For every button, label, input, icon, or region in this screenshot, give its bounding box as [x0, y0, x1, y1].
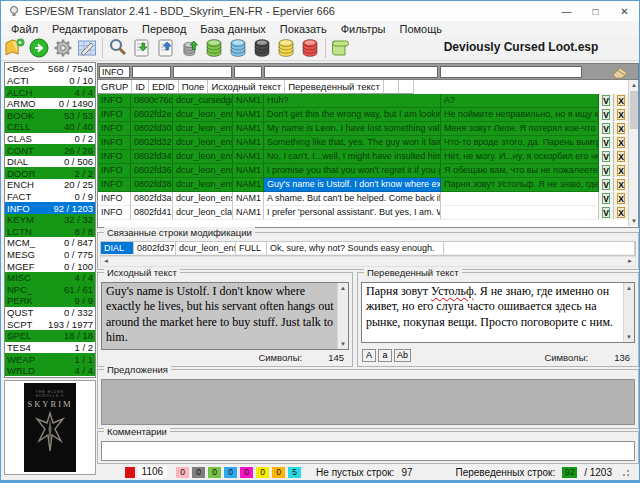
- reject-row-button[interactable]: X: [614, 150, 629, 164]
- suggestions-list[interactable]: [101, 379, 635, 425]
- scroll-down-icon[interactable]: ▼: [624, 332, 634, 342]
- filter-field-input[interactable]: [234, 66, 262, 78]
- resize-grip[interactable]: [621, 468, 629, 476]
- sidebar-item[interactable]: INFO 92 / 1203: [5, 202, 95, 214]
- menu-item[interactable]: Помощь: [392, 23, 449, 35]
- sidebar-item[interactable]: QUST 0 / 332: [5, 307, 95, 319]
- settings-gear-icon[interactable]: [52, 37, 74, 59]
- column-header[interactable]: Поле: [179, 80, 209, 94]
- maximize-button[interactable]: □: [581, 1, 610, 21]
- sidebar-item[interactable]: CONT 26 / 26: [5, 144, 95, 156]
- reject-row-button[interactable]: X: [614, 122, 629, 136]
- sidebar-item[interactable]: KEYM 32 / 32: [5, 214, 95, 226]
- scroll-down-icon[interactable]: ▼: [629, 216, 639, 226]
- sidebar-item[interactable]: LCTN 8 / 8: [5, 226, 95, 238]
- sidebar-item[interactable]: ENCH 20 / 25: [5, 179, 95, 191]
- apply-db-icon[interactable]: [179, 37, 201, 59]
- cell-source-text[interactable]: Don't get this the wrong way, but I am l…: [264, 108, 441, 122]
- validate-row-button[interactable]: V: [599, 150, 614, 164]
- table-row[interactable]: INFO 0802fd41 dcur_leon_claudi... NAM1 I…: [98, 206, 638, 220]
- database-yellow-icon[interactable]: [275, 37, 297, 59]
- scroll-left-icon[interactable]: ◄: [101, 257, 111, 266]
- column-header[interactable]: Переведенный текст: [285, 80, 384, 94]
- column-header[interactable]: Исходный текст: [208, 80, 285, 94]
- sidebar-item[interactable]: WEAP 1 / 1: [5, 353, 95, 365]
- filter-grup-input[interactable]: INFO: [99, 66, 130, 78]
- translation-textarea[interactable]: Парня зовут Устольф. Я не знаю, где имен…: [361, 282, 635, 343]
- linked-row[interactable]: DIAL 0802fd37 dcur_leon_ensla... FULL Ok…: [100, 241, 636, 256]
- table-row[interactable]: INFO 0802fd30 dcur_leon_ensla... NAM1 My…: [98, 122, 638, 136]
- sidebar-item[interactable]: NPC_ 61 / 61: [5, 284, 95, 296]
- sidebar-item[interactable]: SPEL 18 / 18: [5, 330, 95, 342]
- case-button[interactable]: a: [378, 349, 392, 362]
- sidebar-item[interactable]: MGEF 0 / 100: [5, 260, 95, 272]
- source-textarea[interactable]: Guy's name is Ustolf. I don't know where…: [101, 282, 349, 350]
- sidebar-item[interactable]: MESG 0 / 775: [5, 249, 95, 261]
- reject-row-button[interactable]: X: [614, 164, 629, 178]
- table-row[interactable]: INFO 0802fd2e dcur_leon_ensla... NAM1 Do…: [98, 108, 638, 122]
- menu-item[interactable]: Файл: [4, 23, 45, 35]
- sidebar-item[interactable]: <Все> 568 / 7540: [5, 63, 95, 75]
- validate-row-button[interactable]: V: [599, 94, 614, 108]
- scrollbar-thumb[interactable]: [630, 91, 638, 129]
- save-import-icon[interactable]: [131, 37, 153, 59]
- cell-translated-text[interactable]: [441, 206, 599, 220]
- scroll-right-icon[interactable]: ►: [625, 257, 635, 266]
- scroll-up-icon[interactable]: ▲: [624, 283, 634, 293]
- cell-source-text[interactable]: Huh?: [264, 94, 441, 108]
- validate-row-button[interactable]: V: [599, 136, 614, 150]
- case-button[interactable]: Ab: [394, 349, 411, 362]
- cell-translated-text[interactable]: Не поймите неправильно, но я ищу кого-т.…: [441, 108, 599, 122]
- sidebar-item[interactable]: TES4 1 / 2: [5, 342, 95, 354]
- cell-translated-text[interactable]: А?: [441, 94, 599, 108]
- database-black-icon[interactable]: [251, 37, 273, 59]
- column-header[interactable]: GRUP: [98, 80, 132, 94]
- validate-row-button[interactable]: V: [599, 206, 614, 220]
- table-row[interactable]: INFO 0802fd38 dcur_leon_ensla... NAM1 Gu…: [98, 178, 638, 192]
- sidebar-item[interactable]: FACT 0 / 9: [5, 191, 95, 203]
- sidebar-item[interactable]: ACTI 0 / 10: [5, 75, 95, 87]
- minimize-button[interactable]: —: [552, 1, 581, 21]
- finalize-scroll-icon[interactable]: [330, 37, 352, 59]
- validate-row-button[interactable]: V: [599, 178, 614, 192]
- sidebar-item[interactable]: DIAL 0 / 506: [5, 156, 95, 168]
- table-row[interactable]: INFO 0802fd34 dcur_leon_ensla... NAM1 No…: [98, 150, 638, 164]
- search-key-icon[interactable]: [107, 37, 129, 59]
- reject-row-button[interactable]: X: [614, 108, 629, 122]
- sidebar-item[interactable]: SCPT 193 / 1977: [5, 318, 95, 330]
- table-row[interactable]: INFO 0802fd3a dcur_leon_ensla... NAM1 A …: [98, 192, 638, 206]
- reject-row-button[interactable]: X: [614, 94, 629, 108]
- validate-row-button[interactable]: V: [599, 108, 614, 122]
- cell-source-text[interactable]: No, I can't. I...well, I might have insu…: [264, 150, 441, 164]
- sidebar-item[interactable]: MISC 4 / 4: [5, 272, 95, 284]
- menu-item[interactable]: Показать: [273, 23, 334, 35]
- table-row[interactable]: INFO 0802fd36 dcur_leon_ensla... NAM1 I …: [98, 164, 638, 178]
- cell-source-text[interactable]: I promise you that you won't regret it i…: [264, 164, 441, 178]
- scroll-up-icon[interactable]: ▲: [338, 283, 348, 293]
- scroll-up-icon[interactable]: ▲: [629, 80, 639, 90]
- scroll-down-icon[interactable]: ▼: [338, 339, 348, 349]
- sidebar-item[interactable]: DOOR 2 / 2: [5, 167, 95, 179]
- sidebar-item[interactable]: CLAS 0 / 2: [5, 133, 95, 145]
- open-folder-icon[interactable]: [4, 37, 26, 59]
- reject-row-button[interactable]: X: [614, 206, 629, 220]
- sidebar-item[interactable]: ALCH 4 / 4: [5, 86, 95, 98]
- filter-id-input[interactable]: [132, 66, 171, 78]
- close-button[interactable]: ✕: [610, 1, 639, 21]
- clear-filters-eraser-icon[interactable]: [610, 65, 630, 79]
- edit-grid-icon[interactable]: [76, 37, 98, 59]
- database-green-icon[interactable]: [203, 37, 225, 59]
- sidebar-item[interactable]: PERK 9 / 9: [5, 295, 95, 307]
- title-bar[interactable]: ESP/ESM Translator 2.41 - BDD_Skyrim_EN-…: [1, 1, 639, 21]
- reject-row-button[interactable]: X: [614, 136, 629, 150]
- cell-source-text[interactable]: Something like that, yes. The guy won it…: [264, 136, 441, 150]
- cell-source-text[interactable]: My name is Leon. I have lost something v…: [264, 122, 441, 136]
- linked-horizontal-scrollbar[interactable]: ◄ ►: [100, 256, 636, 267]
- translation-scrollbar[interactable]: ▲ ▼: [623, 283, 634, 342]
- database-red-icon[interactable]: [299, 37, 321, 59]
- database-blue-icon[interactable]: [227, 37, 249, 59]
- validate-row-button[interactable]: V: [599, 164, 614, 178]
- run-icon[interactable]: [28, 37, 50, 59]
- table-row[interactable]: INFO 0800c76d dcur_cursedgagd... NAM1 Hu…: [98, 94, 638, 108]
- cell-translated-text[interactable]: Что-то вроде этого, да. Парень выиграл е…: [441, 136, 599, 150]
